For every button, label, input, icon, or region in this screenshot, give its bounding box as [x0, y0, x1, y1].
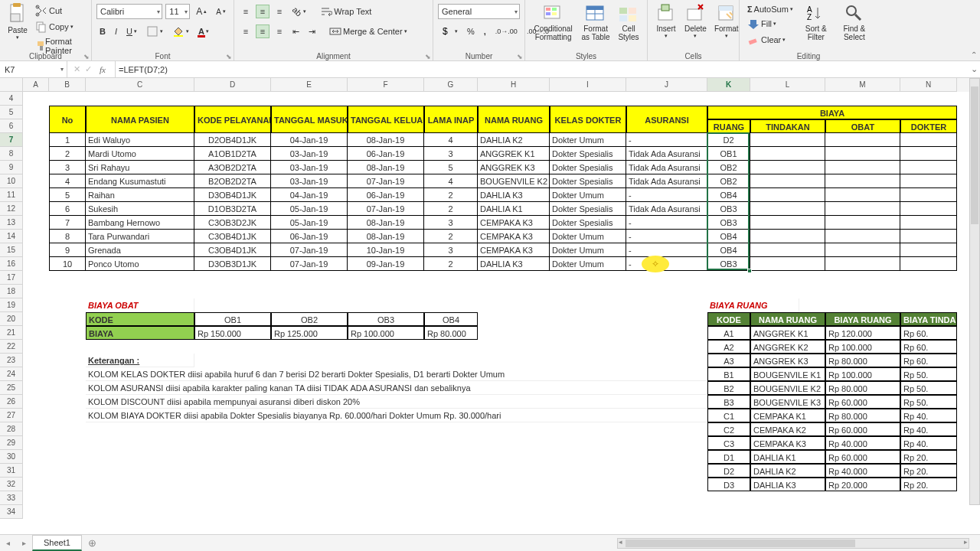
row-header[interactable]: 32: [0, 478, 23, 491]
cell[interactable]: [750, 243, 825, 257]
cell[interactable]: Dokter Umum: [550, 133, 626, 147]
row-header[interactable]: 24: [0, 367, 23, 381]
cell[interactable]: B1: [707, 367, 750, 381]
italic-button[interactable]: I: [112, 25, 120, 37]
sort-filter-button[interactable]: AZSort & Filter: [799, 2, 833, 47]
row-header[interactable]: 33: [0, 491, 23, 505]
cell[interactable]: Tidak Ada Asuransi: [626, 161, 707, 174]
cell[interactable]: 08-Jan-19: [348, 230, 424, 243]
column-header[interactable]: A: [23, 78, 49, 92]
cell[interactable]: 07-Jan-19: [348, 202, 424, 216]
cell[interactable]: Rp 40.: [900, 422, 957, 436]
cell[interactable]: 8: [49, 230, 86, 243]
cell[interactable]: [900, 174, 957, 188]
cell[interactable]: -: [626, 133, 707, 147]
format-as-table-button[interactable]: Format as Table: [578, 2, 613, 43]
cell[interactable]: [825, 257, 900, 271]
cell[interactable]: [825, 243, 900, 257]
cell[interactable]: [900, 243, 957, 257]
cell[interactable]: DAHLIA K3: [750, 478, 825, 491]
cell[interactable]: 5: [424, 161, 478, 174]
cell[interactable]: [825, 188, 900, 202]
paste-button[interactable]: Paste▾: [5, 2, 31, 57]
column-header[interactable]: H: [478, 78, 550, 92]
cell[interactable]: OB2: [707, 161, 750, 174]
cell[interactable]: KOLOM KELAS DOKTER diisi apabila huruf 6…: [86, 367, 707, 381]
fx-button[interactable]: fx: [96, 65, 109, 74]
cell[interactable]: 5: [49, 188, 86, 202]
cell[interactable]: [825, 174, 900, 188]
cell[interactable]: Bambang Hernowo: [86, 216, 194, 230]
cell[interactable]: Rp 100.000: [348, 326, 424, 340]
row-header[interactable]: 7: [0, 133, 23, 147]
cell[interactable]: [750, 147, 825, 161]
cell[interactable]: 06-Jan-19: [271, 230, 348, 243]
cell[interactable]: 08-Jan-19: [348, 161, 424, 174]
cell[interactable]: [825, 202, 900, 216]
cell[interactable]: Tidak Ada Asuransi: [626, 147, 707, 161]
cell[interactable]: ANGGREK K2: [750, 340, 825, 354]
cell[interactable]: Dokter Spesialis: [550, 202, 626, 216]
delete-button[interactable]: Delete▾: [681, 2, 710, 41]
wrap-text-button[interactable]: Wrap Text: [317, 4, 374, 19]
cell[interactable]: KODE: [707, 312, 750, 326]
cell[interactable]: [750, 174, 825, 188]
cell[interactable]: Rp 60.000: [825, 450, 900, 464]
row-header[interactable]: 25: [0, 381, 23, 395]
cell[interactable]: -: [626, 216, 707, 230]
cell[interactable]: Dokter Spesialis: [550, 147, 626, 161]
cell[interactable]: Rp 20.: [900, 464, 957, 478]
cell[interactable]: DAHLIA K1: [478, 202, 550, 216]
cell[interactable]: Rp 20.: [900, 450, 957, 464]
cell[interactable]: DOKTER: [900, 119, 957, 133]
cell[interactable]: Rp 60.000: [825, 422, 900, 436]
dialog-launcher-icon[interactable]: ⬊: [83, 53, 90, 60]
cell[interactable]: Dokter Spesialis: [550, 174, 626, 188]
cell[interactable]: Grenada: [86, 243, 194, 257]
cell[interactable]: 2: [424, 202, 478, 216]
cell[interactable]: 03-Jan-19: [271, 161, 348, 174]
cell[interactable]: Rp 60.: [900, 340, 957, 354]
cell[interactable]: D2: [707, 464, 750, 478]
align-left-button[interactable]: ≡: [239, 24, 253, 38]
cell[interactable]: Rp 40.: [900, 436, 957, 450]
cell[interactable]: OB2: [707, 174, 750, 188]
cell[interactable]: BOUGENVILE K3: [750, 395, 825, 409]
row-header[interactable]: 4: [0, 92, 23, 106]
cell[interactable]: KOLOM ASURANSI diisi apabila karakter pa…: [86, 381, 707, 395]
cell[interactable]: Rp 20.000: [825, 478, 900, 491]
cell[interactable]: Tidak Ada Asuransi: [626, 174, 707, 188]
row-header[interactable]: 22: [0, 340, 23, 354]
cell[interactable]: 10-Jan-19: [348, 243, 424, 257]
accounting-button[interactable]: $▾: [438, 24, 461, 39]
cell[interactable]: [825, 147, 900, 161]
cell[interactable]: B2OB2D2TA: [194, 174, 271, 188]
cell[interactable]: [825, 161, 900, 174]
increase-indent-button[interactable]: ⇥: [305, 25, 318, 38]
conditional-formatting-button[interactable]: Conditional Formatting: [530, 2, 577, 43]
row-header[interactable]: 5: [0, 106, 23, 119]
cell[interactable]: 3: [49, 161, 86, 174]
cell[interactable]: Rp 40.000: [825, 436, 900, 450]
dialog-launcher-icon[interactable]: ⬊: [226, 53, 232, 60]
cell[interactable]: CEMPAKA K3: [478, 230, 550, 243]
cell[interactable]: D3OB3D1JK: [194, 257, 271, 271]
cell[interactable]: 07-Jan-19: [271, 257, 348, 271]
column-header[interactable]: N: [900, 78, 957, 92]
column-header[interactable]: E: [271, 78, 348, 92]
cell[interactable]: [750, 161, 825, 174]
autosum-button[interactable]: Σ AutoSum▾: [744, 3, 796, 15]
cell[interactable]: [750, 257, 825, 271]
cell[interactable]: OB3: [348, 312, 424, 326]
cell[interactable]: 05-Jan-19: [271, 202, 348, 216]
cell[interactable]: Rp 20.: [900, 478, 957, 491]
copy-button[interactable]: Copy▾: [32, 19, 87, 34]
cell[interactable]: Dokter Spesialis: [550, 216, 626, 230]
cell[interactable]: Rp 50.: [900, 381, 957, 395]
cell[interactable]: D3OB4D1JK: [194, 188, 271, 202]
cell[interactable]: Rp 60.: [900, 354, 957, 367]
cell[interactable]: 08-Jan-19: [348, 216, 424, 230]
cell[interactable]: C3OB4D1JK: [194, 230, 271, 243]
cell[interactable]: [750, 202, 825, 216]
cell[interactable]: DAHLIA K3: [478, 257, 550, 271]
